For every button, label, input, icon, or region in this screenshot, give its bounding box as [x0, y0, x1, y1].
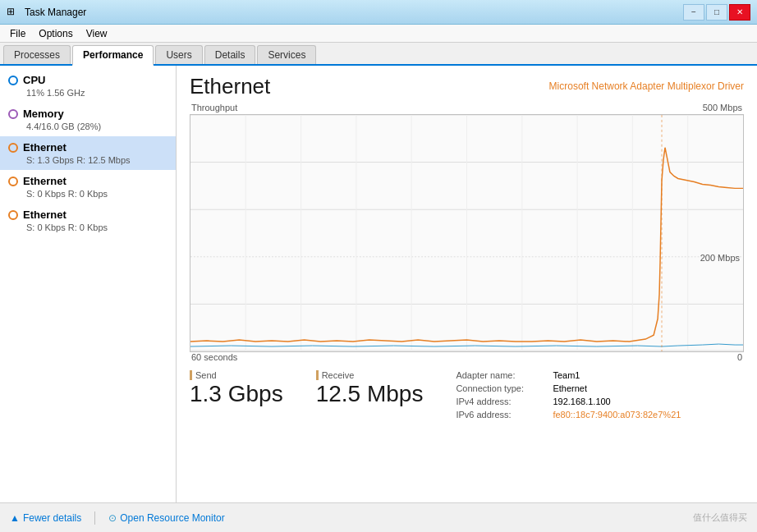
tab-details[interactable]: Details: [204, 45, 256, 64]
cpu-label: CPU: [23, 74, 45, 86]
bottom-bar: ▲ Fewer details ⊙ Open Resource Monitor …: [0, 502, 757, 532]
eth2-dot: [8, 177, 18, 186]
fewer-details-label: Fewer details: [23, 512, 81, 524]
adapter-val-1: Ethernet: [553, 383, 587, 393]
chevron-up-icon: ▲: [10, 512, 20, 524]
adapter-row-2: IPv4 address: 192.168.1.100: [456, 397, 681, 406]
memory-sub: 4.4/16.0 GB (28%): [8, 122, 167, 131]
sidebar-item-cpu[interactable]: CPU 11% 1.56 GHz: [0, 69, 176, 103]
eth1-title-row: Ethernet: [8, 141, 167, 154]
adapter-val-2: 192.168.1.100: [553, 397, 610, 406]
tabs-bar: Processes Performance Users Details Serv…: [0, 43, 757, 66]
title-controls: − □ ✕: [683, 4, 750, 21]
eth3-dot: [8, 210, 18, 220]
eth1-label: Ethernet: [23, 141, 67, 154]
maximize-button[interactable]: □: [706, 4, 727, 21]
minimize-button[interactable]: −: [683, 4, 704, 21]
sidebar-item-memory[interactable]: Memory 4.4/16.0 GB (28%): [0, 103, 176, 136]
cpu-dot: [8, 76, 18, 85]
tab-processes[interactable]: Processes: [3, 45, 71, 64]
adapter-row-0: Adapter name: Team1: [456, 370, 681, 380]
eth2-sub: S: 0 Kbps R: 0 Kbps: [8, 189, 167, 199]
adapter-info: Adapter name: Team1 Connection type: Eth…: [456, 370, 681, 420]
time-end: 0: [737, 352, 742, 362]
chart-container: 200 Mbps: [190, 114, 744, 352]
bottom-left: ▲ Fewer details ⊙ Open Resource Monitor: [10, 511, 225, 525]
title-bar: ⊞ Task Manager − □ ✕: [0, 0, 757, 25]
menu-file[interactable]: File: [3, 26, 32, 41]
open-resource-monitor-button[interactable]: ⊙ Open Resource Monitor: [108, 512, 224, 524]
throughput-chart: [190, 115, 743, 351]
eth2-label: Ethernet: [23, 175, 67, 187]
chart-200mbps-label: 200 Mbps: [700, 253, 740, 263]
memory-label: Memory: [23, 108, 64, 120]
eth2-title-row: Ethernet: [8, 175, 167, 187]
throughput-max: 500 Mbps: [703, 103, 742, 114]
close-button[interactable]: ✕: [729, 4, 750, 21]
adapter-key-0: Adapter name:: [456, 370, 546, 380]
tab-services[interactable]: Services: [257, 45, 316, 64]
stats-row: Send 1.3 Gbps Receive 12.5 Mbps Adapter …: [190, 370, 744, 420]
divider: [94, 511, 95, 525]
adapter-row-1: Connection type: Ethernet: [456, 383, 681, 393]
adapter-key-1: Connection type:: [456, 383, 546, 393]
receive-stat: Receive 12.5 Mbps: [316, 370, 424, 420]
eth3-label: Ethernet: [23, 209, 67, 221]
cpu-title-row: CPU: [8, 74, 167, 86]
adapter-key-2: IPv4 address:: [456, 397, 546, 406]
throughput-label: Throughput: [191, 103, 237, 112]
menu-view[interactable]: View: [80, 26, 114, 41]
resource-monitor-icon: ⊙: [108, 512, 117, 524]
sidebar-item-ethernet3[interactable]: Ethernet S: 0 Kbps R: 0 Kbps: [0, 204, 176, 237]
eth1-dot: [8, 143, 18, 153]
menu-options[interactable]: Options: [32, 26, 79, 41]
sidebar: CPU 11% 1.56 GHz Memory 4.4/16.0 GB (28%…: [0, 66, 177, 502]
send-stat: Send 1.3 Gbps: [190, 370, 283, 420]
ethernet-title: Ethernet: [190, 74, 270, 99]
main-content: CPU 11% 1.56 GHz Memory 4.4/16.0 GB (28%…: [0, 66, 757, 502]
sidebar-item-ethernet2[interactable]: Ethernet S: 0 Kbps R: 0 Kbps: [0, 170, 176, 204]
eth1-sub: S: 1.3 Gbps R: 12.5 Mbps: [8, 155, 167, 165]
ethernet-header: Ethernet Microsoft Network Adapter Multi…: [190, 74, 744, 99]
time-start: 60 seconds: [191, 352, 237, 362]
driver-label: Microsoft Network Adapter Multiplexor Dr…: [549, 80, 744, 92]
sidebar-item-ethernet1[interactable]: Ethernet S: 1.3 Gbps R: 12.5 Mbps: [0, 136, 176, 170]
eth3-sub: S: 0 Kbps R: 0 Kbps: [8, 222, 167, 232]
send-value: 1.3 Gbps: [190, 382, 283, 407]
send-label: Send: [190, 370, 283, 380]
tab-users[interactable]: Users: [155, 45, 202, 64]
open-resource-monitor-label: Open Resource Monitor: [120, 512, 224, 524]
menu-bar: File Options View: [0, 25, 757, 43]
cpu-sub: 11% 1.56 GHz: [8, 88, 167, 98]
adapter-key-3: IPv6 address:: [456, 410, 546, 420]
adapter-val-0: Team1: [553, 370, 580, 380]
chart-header: Throughput 500 Mbps: [190, 103, 744, 114]
tab-performance[interactable]: Performance: [72, 45, 154, 66]
title-bar-left: ⊞ Task Manager: [7, 6, 86, 19]
receive-label: Receive: [316, 370, 424, 380]
eth3-title-row: Ethernet: [8, 209, 167, 221]
receive-value: 12.5 Mbps: [316, 382, 424, 407]
adapter-row-3: IPv6 address: fe80::18c7:9400:a073:82e7%…: [456, 410, 681, 420]
adapter-val-3: fe80::18c7:9400:a073:82e7%21: [553, 410, 681, 420]
right-panel: Ethernet Microsoft Network Adapter Multi…: [177, 66, 757, 502]
memory-title-row: Memory: [8, 108, 167, 120]
time-labels: 60 seconds 0: [190, 352, 744, 362]
window-title: Task Manager: [25, 7, 86, 18]
watermark: 值什么值得买: [693, 511, 747, 524]
fewer-details-button[interactable]: ▲ Fewer details: [10, 512, 81, 524]
app-icon: ⊞: [7, 6, 20, 19]
memory-dot: [8, 109, 18, 119]
